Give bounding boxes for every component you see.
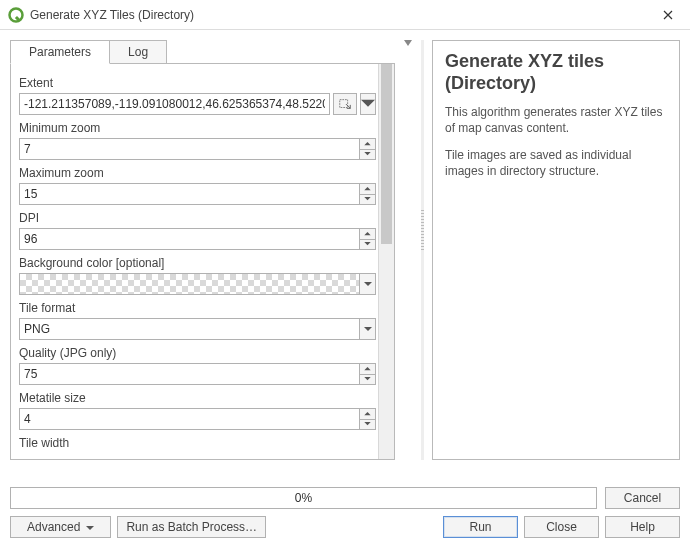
label-dpi: DPI [19,211,376,225]
input-metatile[interactable] [19,408,376,430]
window-close-button[interactable] [645,0,690,30]
advanced-button[interactable]: Advanced [10,516,111,538]
input-max-zoom[interactable] [19,183,376,205]
content-row: Parameters Log Extent Minimum [10,40,680,460]
label-min-zoom: Minimum zoom [19,121,376,135]
input-quality[interactable] [19,363,376,385]
progress-row: 0% Cancel [10,487,680,509]
label-extent: Extent [19,76,376,90]
dpi-up[interactable] [359,229,375,240]
input-dpi[interactable] [19,228,376,250]
tab-bar: Parameters Log [10,40,395,64]
input-metatile-value[interactable] [20,409,359,429]
quality-down[interactable] [359,375,375,385]
chevron-down-icon [86,520,94,534]
run-button[interactable]: Run [443,516,518,538]
bg-color-swatch[interactable] [20,274,359,294]
dialog-body: Parameters Log Extent Minimum [0,30,690,555]
parameters-scrollbar[interactable] [378,64,394,459]
bg-color-menu[interactable] [359,274,375,294]
tab-body: Extent Minimum zoom [10,63,395,460]
cancel-button[interactable]: Cancel [605,487,680,509]
input-extent[interactable] [19,93,330,115]
splitter[interactable] [421,40,424,460]
input-max-zoom-value[interactable] [20,184,359,204]
label-metatile: Metatile size [19,391,376,405]
titlebar: Generate XYZ Tiles (Directory) [0,0,690,30]
input-min-zoom-value[interactable] [20,139,359,159]
dpi-down[interactable] [359,240,375,250]
input-dpi-value[interactable] [20,229,359,249]
input-tile-format[interactable]: PNG [19,318,376,340]
bottom-row: Advanced Run as Batch Process… Run Close… [10,516,680,538]
min-zoom-up[interactable] [359,139,375,150]
help-paragraph-1: This algorithm generates raster XYZ tile… [445,104,667,136]
app-icon [8,7,24,23]
tab-parameters[interactable]: Parameters [10,40,110,64]
max-zoom-down[interactable] [359,195,375,205]
window-title: Generate XYZ Tiles (Directory) [30,8,645,22]
left-column: Parameters Log Extent Minimum [10,40,395,460]
button-extent-menu[interactable] [360,93,376,115]
min-zoom-down[interactable] [359,150,375,160]
label-bg-color: Background color [optional] [19,256,376,270]
help-button[interactable]: Help [605,516,680,538]
tile-format-value: PNG [20,319,359,339]
progress-bar: 0% [10,487,597,509]
help-paragraph-2: Tile images are saved as individual imag… [445,147,667,179]
help-title: Generate XYZ tiles (Directory) [445,51,667,94]
input-min-zoom[interactable] [19,138,376,160]
run-batch-button[interactable]: Run as Batch Process… [117,516,266,538]
label-tile-format: Tile format [19,301,376,315]
progress-percent: 0% [11,488,596,508]
help-panel: Generate XYZ tiles (Directory) This algo… [432,40,680,460]
label-max-zoom: Maximum zoom [19,166,376,180]
parameters-panel: Extent Minimum zoom [11,64,378,459]
scrollbar-thumb[interactable] [381,64,392,244]
close-button[interactable]: Close [524,516,599,538]
svg-rect-2 [340,100,348,108]
input-bg-color[interactable] [19,273,376,295]
tab-log[interactable]: Log [109,40,167,64]
tile-format-menu[interactable] [359,319,375,339]
svg-point-0 [10,8,23,21]
quality-up[interactable] [359,364,375,375]
metatile-up[interactable] [359,409,375,420]
label-quality: Quality (JPG only) [19,346,376,360]
metatile-down[interactable] [359,420,375,430]
input-quality-value[interactable] [20,364,359,384]
label-tile-width: Tile width [19,436,376,450]
max-zoom-up[interactable] [359,184,375,195]
panel-collapse-handle[interactable] [403,40,413,460]
advanced-label: Advanced [27,520,80,534]
button-extent-canvas[interactable] [333,93,357,115]
